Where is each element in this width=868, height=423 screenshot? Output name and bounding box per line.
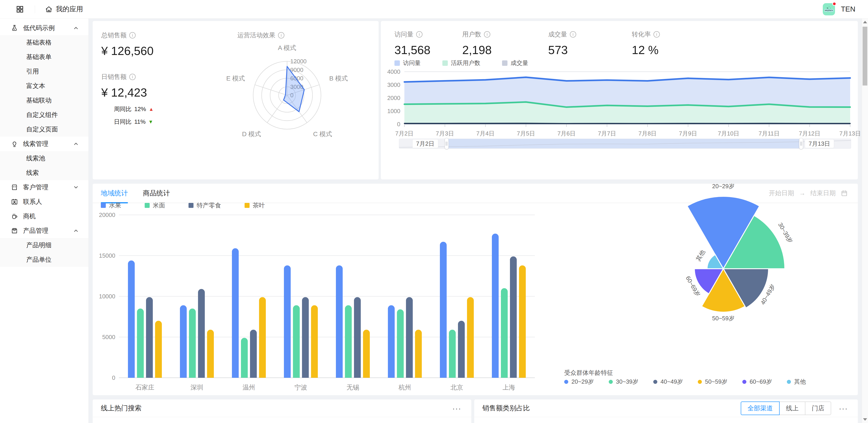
svg-text:石家庄: 石家庄 (135, 384, 154, 391)
sidebar-group-label: 低代码示例 (23, 24, 55, 32)
experiment-icon (11, 24, 18, 32)
sidebar-item-basic-linkage[interactable]: 基础联动 (0, 93, 88, 108)
appstore-grid-icon[interactable] (16, 5, 24, 13)
deals-label: 成交量 (548, 30, 567, 39)
legend-item-30-39[interactable]: 30~39岁 (609, 378, 638, 386)
sidebar-item-basic-form[interactable]: 基础表单 (0, 50, 88, 64)
avatar-brand: weplanx (825, 9, 834, 12)
info-icon[interactable]: i (653, 31, 660, 37)
svg-text:0: 0 (397, 121, 400, 128)
svg-text:杭州: 杭州 (399, 384, 411, 391)
sidebar-item-richtext[interactable]: 富文本 (0, 79, 88, 93)
home-nav[interactable]: 我的应用 (45, 4, 83, 14)
more-icon[interactable]: ··· (839, 406, 848, 411)
rose-legend: 20~29岁 30~39岁 40~49岁 50~59岁 60~69岁 其他 (564, 378, 806, 386)
svg-text:4000: 4000 (387, 68, 400, 75)
legend-item-20-29[interactable]: 20~29岁 (564, 378, 594, 386)
svg-text:20~29岁: 20~29岁 (712, 183, 735, 190)
sales-ratio-card: 销售额类别占比 全部渠道 线上 门店 ··· (474, 399, 858, 423)
trend-up-icon: ▲ (149, 106, 154, 112)
legend-item-other[interactable]: 其他 (787, 378, 806, 386)
user-name[interactable]: TEN (841, 5, 855, 13)
sidebar-item-lead-pool[interactable]: 线索池 (0, 151, 88, 166)
legend-item-40-49[interactable]: 40~49岁 (653, 378, 683, 386)
legend-item-50-59[interactable]: 50~59岁 (698, 378, 727, 386)
legend-item-deals[interactable]: 成交量 (502, 59, 528, 67)
visits-value: 31,568 (395, 43, 462, 57)
calendar-icon[interactable] (841, 190, 848, 197)
sidebar-item-opportunities[interactable]: 商机 (0, 209, 88, 224)
bar-chart: 05000100001500020000石家庄深圳温州宁波无锡杭州北京上海 (94, 208, 541, 403)
legend-swatch (442, 60, 448, 66)
sidebar-item-custom-component[interactable]: 自定义组件 (0, 108, 88, 122)
chevron-down-icon (73, 185, 79, 190)
info-icon[interactable]: i (416, 31, 423, 37)
sidebar-submenu-products: 产品明细 产品单位 (0, 238, 88, 267)
scrollbar-thumb[interactable] (863, 27, 867, 85)
svg-text:30~39岁: 30~39岁 (777, 222, 794, 244)
svg-text:7月9日: 7月9日 (679, 130, 697, 137)
slider-start-label: 7月2日 (412, 139, 438, 148)
more-icon[interactable]: ··· (452, 406, 461, 411)
channel-radio-group: 全部渠道 线上 门店 (741, 401, 831, 415)
end-date-input[interactable]: 结束日期 (810, 189, 836, 197)
visits-label: 访问量 (395, 30, 413, 39)
svg-text:宁波: 宁波 (294, 384, 307, 391)
conversion-value: 12 % (632, 43, 660, 57)
shop-icon (11, 184, 18, 191)
avatar[interactable]: ⌁˙· weplanx (823, 3, 835, 16)
info-icon[interactable]: i (484, 31, 490, 37)
svg-text:3000: 3000 (387, 81, 400, 88)
legend-item-active-users[interactable]: 活跃用户数 (442, 59, 480, 67)
svg-text:E 模式: E 模式 (226, 75, 245, 82)
page-scrollbar[interactable] (862, 19, 868, 423)
wow-label: 周同比 (114, 105, 131, 113)
svg-text:7月4日: 7月4日 (476, 130, 495, 137)
channel-store-button[interactable]: 门店 (805, 401, 831, 415)
chevron-up-icon (73, 228, 79, 234)
sidebar-item-reference[interactable]: 引用 (0, 64, 88, 79)
sidebar-item-product-detail[interactable]: 产品明细 (0, 238, 88, 252)
tab-product-stats[interactable]: 商品统计 (143, 184, 170, 203)
slider-right-handle[interactable] (799, 138, 803, 149)
svg-text:7月7日: 7月7日 (598, 130, 616, 137)
channel-all-button[interactable]: 全部渠道 (741, 401, 780, 415)
sidebar-item-product-unit[interactable]: 产品单位 (0, 252, 88, 267)
sidebar-group-lowcode[interactable]: 低代码示例 (0, 21, 88, 35)
slider-left-handle[interactable] (445, 138, 449, 149)
svg-text:7月11日: 7月11日 (758, 130, 780, 137)
sidebar: 低代码示例 基础表格 基础表单 引用 富文本 基础联动 自定义组件 自定义页面 … (0, 19, 89, 423)
trend-down-icon: ▼ (148, 119, 153, 125)
info-icon[interactable]: i (278, 32, 284, 38)
date-range-slider[interactable]: 7月2日 7月13日 (399, 139, 851, 149)
channel-online-button[interactable]: 线上 (779, 401, 805, 415)
sidebar-group-leads[interactable]: 线索管理 (0, 137, 88, 151)
scroll-up-icon[interactable] (863, 21, 867, 23)
tab-region-stats[interactable]: 地域统计 (101, 184, 128, 203)
rose-chart: 20~29岁30~39岁40~49岁50~59岁60~69岁其他 (635, 187, 811, 364)
daily-sales-value: ¥ 12,423 (101, 86, 147, 99)
rose-legend-title: 受众群体年龄特征 (564, 369, 613, 377)
notification-badge (832, 2, 836, 6)
sidebar-group-customers[interactable]: 客户管理 (0, 180, 88, 195)
users-value: 2,198 (462, 43, 548, 57)
info-icon[interactable]: i (129, 32, 135, 38)
wow-value: 12% (134, 106, 146, 113)
sidebar-item-custom-page[interactable]: 自定义页面 (0, 122, 88, 137)
sidebar-item-leads[interactable]: 线索 (0, 166, 88, 180)
sidebar-item-basic-table[interactable]: 基础表格 (0, 35, 88, 50)
legend-item-visits[interactable]: 访问量 (395, 59, 421, 67)
svg-text:7月2日: 7月2日 (395, 130, 414, 137)
sidebar-item-contacts[interactable]: 联系人 (0, 195, 88, 209)
sidebar-group-products[interactable]: 产品管理 (0, 224, 88, 238)
scroll-down-icon[interactable] (863, 418, 867, 421)
legend-item-60-69[interactable]: 60~69岁 (742, 378, 772, 386)
svg-text:10000: 10000 (99, 293, 115, 300)
conversion-label: 转化率 (632, 30, 651, 39)
info-icon[interactable]: i (570, 31, 576, 37)
legend-swatch (395, 60, 400, 66)
users-label: 用户数 (462, 30, 481, 39)
bulb-icon (11, 140, 18, 147)
info-icon[interactable]: i (129, 74, 135, 80)
svg-text:无锡: 无锡 (346, 384, 359, 391)
